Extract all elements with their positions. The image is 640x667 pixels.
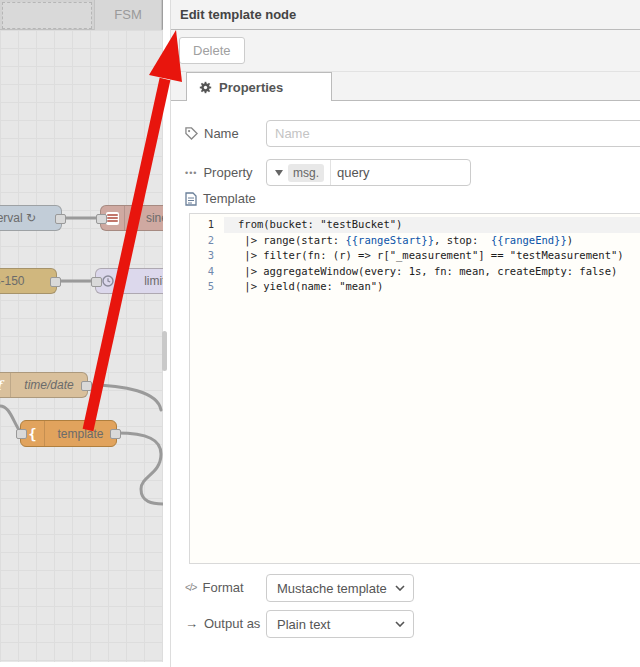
tag-icon: [185, 127, 198, 140]
property-typed-input[interactable]: msg. query: [266, 159, 471, 186]
tray-title: Edit template node: [171, 0, 640, 30]
workspace-tab-bar: FSM: [0, 0, 163, 30]
delete-button[interactable]: Delete: [179, 37, 245, 64]
property-type-chip: msg.: [288, 164, 324, 182]
template-label: Template: [185, 191, 256, 206]
node-timedate-output-port[interactable]: [81, 381, 92, 391]
code-line-2[interactable]: |> range(start: {{rangeStart}}, stop: {{…: [224, 233, 640, 249]
node-sinewave[interactable]: sineWave: [100, 205, 163, 231]
ellipsis-icon: •••: [185, 168, 197, 178]
line-number-2: 2: [190, 233, 224, 249]
node-ms150[interactable]: s-150: [0, 268, 57, 294]
code-line-5[interactable]: |> yield(name: "mean"): [224, 279, 640, 295]
edit-tray: Edit template node Delete Properties: [170, 0, 640, 667]
code-line-1[interactable]: from(bucket: "testBucket"): [224, 217, 640, 233]
tab-properties-label: Properties: [219, 80, 283, 95]
flow-canvas[interactable]: interval ↻ sineWave s-150: [0, 30, 163, 662]
flow-wires: [0, 30, 163, 662]
property-label: ••• Property: [185, 165, 253, 180]
node-red-window: FSM interval ↻ sineWave: [0, 0, 640, 667]
caret-down-icon: [275, 170, 283, 176]
node-interval-output-port[interactable]: [55, 214, 66, 224]
function-icon: f: [0, 373, 11, 397]
output-as-select[interactable]: Plain text: [266, 610, 414, 638]
node-timedate-label: time/date: [11, 378, 87, 392]
node-template-label: template: [45, 427, 116, 441]
tray-toolbar: Delete: [171, 30, 640, 72]
arrow-right-icon: →: [185, 616, 198, 631]
tray-tab-row: Properties: [171, 72, 640, 101]
node-limit[interactable]: limit 1 ms: [95, 268, 163, 294]
line-number-3: 3: [190, 248, 224, 264]
chevron-down-icon: [395, 621, 405, 627]
code-lines[interactable]: from(bucket: "testBucket") |> range(star…: [224, 214, 640, 563]
node-template-output-port[interactable]: [110, 429, 121, 439]
name-label: Name: [185, 126, 239, 141]
code-gutter: 12345: [190, 214, 224, 563]
workspace-vertical-scrollbar[interactable]: [162, 331, 167, 371]
workspace-tab-partial[interactable]: [2, 2, 92, 29]
node-timedate[interactable]: f time/date: [0, 372, 88, 398]
format-label: </> Format: [185, 580, 244, 595]
node-ms150-output-port[interactable]: [50, 277, 61, 287]
node-interval-label: interval ↻: [0, 211, 61, 225]
workspace-tab-fsm[interactable]: FSM: [94, 0, 162, 30]
line-number-4: 4: [190, 264, 224, 280]
document-icon: [185, 192, 197, 206]
template-code-editor[interactable]: 12345 from(bucket: "testBucket") |> rang…: [189, 213, 640, 564]
node-ms150-label: s-150: [0, 274, 56, 288]
property-type-button[interactable]: msg.: [267, 160, 331, 185]
node-sinewave-input-port[interactable]: [96, 214, 107, 224]
node-limit-label: limit 1 ms: [120, 274, 163, 288]
property-value[interactable]: query: [331, 165, 370, 180]
line-number-5: 5: [190, 279, 224, 295]
node-template-input-port[interactable]: [16, 429, 27, 439]
chevron-down-icon: [395, 585, 405, 591]
gear-icon: [199, 81, 212, 94]
code-line-3[interactable]: |> filter(fn: (r) => r["_measurement"] =…: [224, 248, 640, 264]
line-number-1: 1: [190, 217, 224, 233]
flow-workspace: FSM interval ↻ sineWave: [0, 0, 163, 662]
node-interval[interactable]: interval ↻: [0, 205, 62, 231]
node-sinewave-label: sineWave: [125, 211, 163, 225]
output-as-label: → Output as: [185, 616, 260, 631]
code-icon: </>: [185, 582, 196, 593]
node-limit-input-port[interactable]: [91, 277, 102, 287]
format-select[interactable]: Mustache template: [266, 574, 414, 602]
tray-content: Name ••• Property msg. query: [171, 101, 640, 639]
name-input[interactable]: [266, 120, 640, 147]
tab-properties[interactable]: Properties: [186, 72, 332, 101]
node-template[interactable]: { template: [20, 420, 117, 447]
code-line-4[interactable]: |> aggregateWindow(every: 1s, fn: mean, …: [224, 264, 640, 280]
